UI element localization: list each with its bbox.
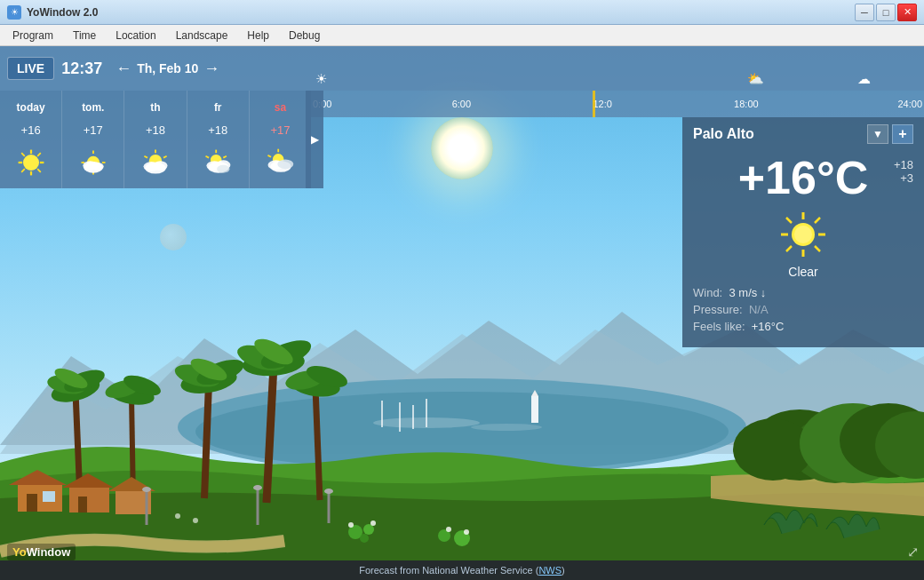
svg-rect-35 — [69, 488, 109, 512]
condition-text: Clear — [788, 265, 817, 279]
city-dropdown[interactable]: ▼ — [867, 124, 888, 144]
menu-time[interactable]: Time — [64, 28, 105, 44]
svg-rect-33 — [27, 494, 37, 512]
svg-rect-31 — [18, 485, 62, 512]
svg-point-62 — [370, 520, 376, 526]
svg-line-95 — [206, 155, 210, 157]
day-name-4: sa — [275, 101, 286, 114]
menu-program[interactable]: Program — [4, 28, 62, 44]
menu-debug[interactable]: Debug — [280, 28, 329, 44]
day-temp-2: +18 — [146, 123, 165, 137]
svg-line-75 — [37, 169, 41, 172]
day-temp-4: +17 — [270, 123, 290, 137]
timeline-icon-cloud1: ⛅ — [747, 71, 764, 87]
nav-left-button[interactable]: ← — [110, 56, 137, 82]
bottom-bar: Forecast from National Weather Service (… — [0, 560, 924, 580]
wind-value: 3 m/s ↓ — [729, 286, 766, 299]
nws-link[interactable]: NWS — [538, 565, 562, 576]
svg-point-63 — [446, 527, 451, 532]
svg-line-114 — [815, 218, 820, 223]
day-temp-3: +18 — [208, 123, 227, 137]
app-icon: ☀ — [7, 5, 21, 20]
svg-point-55 — [324, 489, 333, 494]
weather-panel: Palo Alto ▼ + +16°C +18 +3 — [682, 117, 924, 347]
city-name: Palo Alto — [693, 126, 864, 142]
svg-point-117 — [793, 225, 813, 244]
temp-minmax: +18 +3 — [894, 158, 913, 185]
top-bar: LIVE 12:37 ← Th, Feb 10 → — [0, 46, 924, 91]
forecast-day-3[interactable]: fr +18 — [187, 91, 250, 188]
svg-point-61 — [348, 522, 354, 528]
wind-label: Wind: — [693, 286, 722, 299]
forecast-day-0[interactable]: today +16 — [0, 91, 62, 188]
timeline[interactable]: ☀ ⛅ ☁ 0:00 6:00 12:0 18:00 24:00 — [311, 91, 924, 117]
pressure-label: Pressure: — [693, 303, 743, 316]
weather-icon-area: Clear — [693, 208, 913, 279]
footer-text-before: Forecast from National Weather Service ( — [359, 565, 538, 576]
forecast-day-2[interactable]: th +18 — [124, 91, 187, 188]
svg-line-27 — [315, 387, 320, 500]
day-name-3: fr — [214, 101, 222, 114]
fullscreen-button[interactable]: ⤢ — [907, 544, 919, 560]
svg-line-88 — [144, 155, 147, 157]
timeline-mark-1: 6:00 — [452, 99, 471, 109]
forecast-strip: today +16 tom. +17 — [0, 91, 311, 188]
svg-line-89 — [163, 155, 167, 157]
svg-line-103 — [268, 155, 272, 156]
expand-arrow[interactable]: ▶ — [306, 91, 323, 188]
svg-line-112 — [786, 218, 792, 223]
live-button[interactable]: LIVE — [7, 57, 54, 80]
svg-line-96 — [224, 155, 227, 157]
main-content: LIVE 12:37 ← Th, Feb 10 → ☀ ⛅ ☁ 0:00 6:0… — [0, 46, 924, 580]
moon — [160, 224, 187, 250]
svg-point-51 — [142, 487, 151, 492]
svg-point-66 — [193, 518, 198, 523]
main-temperature: +16°C — [738, 151, 869, 204]
day-name-2: th — [150, 101, 160, 114]
forecast-day-4[interactable]: sa +17 — [250, 91, 311, 188]
svg-rect-34 — [43, 491, 55, 502]
temp-low: +3 — [894, 171, 913, 185]
day-icon-1 — [77, 147, 109, 179]
pressure-detail: Pressure: N/A — [693, 303, 913, 316]
maximize-button[interactable]: □ — [876, 4, 896, 21]
close-button[interactable]: ✕ — [897, 4, 917, 21]
svg-line-74 — [21, 153, 25, 156]
svg-point-58 — [360, 534, 369, 543]
timeline-mark-2: 12:0 — [593, 99, 611, 109]
weather-icon-sun — [777, 208, 830, 261]
svg-line-17 — [204, 383, 209, 498]
svg-rect-6 — [531, 396, 538, 423]
feels-like-value: +16°C — [752, 320, 785, 333]
day-icon-sun-0 — [15, 147, 47, 179]
menu-landscape[interactable]: Landscape — [167, 28, 237, 44]
day-temp-1: +17 — [84, 123, 103, 137]
forecast-source: Forecast from National Weather Service (… — [359, 565, 565, 576]
day-temp-0: +16 — [21, 123, 41, 137]
svg-point-65 — [175, 513, 180, 519]
wind-detail: Wind: 3 m/s ↓ — [693, 286, 913, 299]
timeline-mark-3: 18:00 — [734, 99, 759, 109]
logo-yo: Yo — [12, 545, 27, 559]
menu-help[interactable]: Help — [238, 28, 278, 44]
menu-location[interactable]: Location — [107, 28, 164, 44]
svg-point-92 — [153, 161, 167, 171]
svg-point-100 — [217, 164, 229, 172]
day-name-1: tom. — [82, 101, 104, 114]
svg-line-113 — [815, 246, 820, 251]
minimize-button[interactable]: ─ — [855, 4, 874, 21]
svg-point-64 — [464, 529, 469, 535]
title-bar: ☀ YoWindow 2.0 ─ □ ✕ — [0, 0, 924, 25]
forecast-day-1[interactable]: tom. +17 — [62, 91, 124, 188]
svg-point-85 — [91, 163, 103, 171]
timeline-mark-4: 24:00 — [897, 99, 922, 109]
temp-high: +18 — [894, 158, 913, 171]
svg-point-5 — [471, 424, 542, 431]
day-icon-2 — [139, 147, 171, 179]
timeline-indicator — [593, 91, 595, 117]
svg-point-53 — [253, 485, 262, 490]
city-add-button[interactable]: + — [892, 124, 913, 144]
menu-bar: Program Time Location Landscape Help Deb… — [0, 25, 924, 46]
nav-right-button[interactable]: → — [198, 56, 225, 82]
temp-row: +16°C +18 +3 — [693, 151, 913, 204]
